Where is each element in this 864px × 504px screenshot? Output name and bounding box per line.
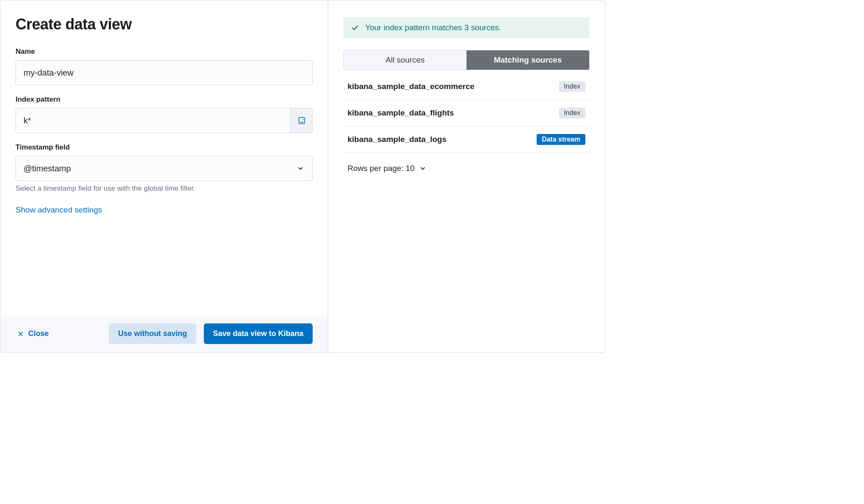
source-row: kibana_sample_data_flights Index <box>343 100 590 126</box>
form-panel: Create data view Name Index pattern <box>0 0 328 352</box>
timestamp-label: Timestamp field <box>16 143 313 152</box>
page-title: Create data view <box>16 16 313 33</box>
rows-per-page-label: Rows per page: 10 <box>348 164 415 173</box>
close-icon <box>17 331 24 337</box>
sources-tabgroup: All sources Matching sources <box>343 50 590 70</box>
close-label: Close <box>28 329 49 338</box>
callout-text: Your index pattern matches 3 sources. <box>365 23 501 32</box>
svg-rect-0 <box>299 118 304 124</box>
index-pattern-field-group: Index pattern <box>16 95 313 133</box>
timestamp-help: Select a timestamp field for use with th… <box>16 184 313 193</box>
form-body: Create data view Name Index pattern <box>0 0 328 315</box>
source-type-badge: Data stream <box>537 134 585 145</box>
book-icon <box>298 116 306 125</box>
name-input[interactable] <box>16 60 313 85</box>
source-name: kibana_sample_data_ecommerce <box>348 82 474 91</box>
check-icon <box>351 24 359 32</box>
create-data-view-dialog: Create data view Name Index pattern <box>0 0 605 353</box>
svg-point-1 <box>303 119 303 120</box>
name-field-group: Name <box>16 47 313 85</box>
index-pattern-help-button[interactable] <box>290 108 312 133</box>
tab-matching-sources[interactable]: Matching sources <box>466 50 589 70</box>
advanced-settings-link[interactable]: Show advanced settings <box>16 205 102 215</box>
sources-panel: Your index pattern matches 3 sources. Al… <box>328 0 605 352</box>
source-name: kibana_sample_data_logs <box>348 135 447 144</box>
source-row: kibana_sample_data_logs Data stream <box>343 126 590 153</box>
save-button[interactable]: Save data view to Kibana <box>204 323 313 344</box>
index-pattern-input[interactable] <box>16 108 290 133</box>
rows-per-page-select[interactable]: Rows per page: 10 <box>343 164 427 173</box>
dialog-footer: Close Use without saving Save data view … <box>0 315 328 352</box>
sources-list: kibana_sample_data_ecommerce Index kiban… <box>343 74 590 153</box>
tab-all-sources[interactable]: All sources <box>344 50 466 70</box>
timestamp-select[interactable]: @timestamp <box>16 156 313 181</box>
timestamp-field-group: Timestamp field @timestamp Select a time… <box>16 143 313 193</box>
source-name: kibana_sample_data_flights <box>348 108 454 118</box>
name-label: Name <box>16 47 313 56</box>
match-callout: Your index pattern matches 3 sources. <box>343 17 590 38</box>
index-pattern-row <box>16 108 313 133</box>
close-button[interactable]: Close <box>16 324 50 343</box>
chevron-down-icon <box>419 165 427 172</box>
timestamp-value: @timestamp <box>24 164 296 173</box>
use-without-saving-button[interactable]: Use without saving <box>109 323 196 344</box>
source-type-badge: Index <box>559 108 585 118</box>
index-pattern-label: Index pattern <box>16 95 313 104</box>
source-row: kibana_sample_data_ecommerce Index <box>343 74 590 100</box>
source-type-badge: Index <box>559 81 585 92</box>
chevron-down-icon <box>296 164 305 173</box>
